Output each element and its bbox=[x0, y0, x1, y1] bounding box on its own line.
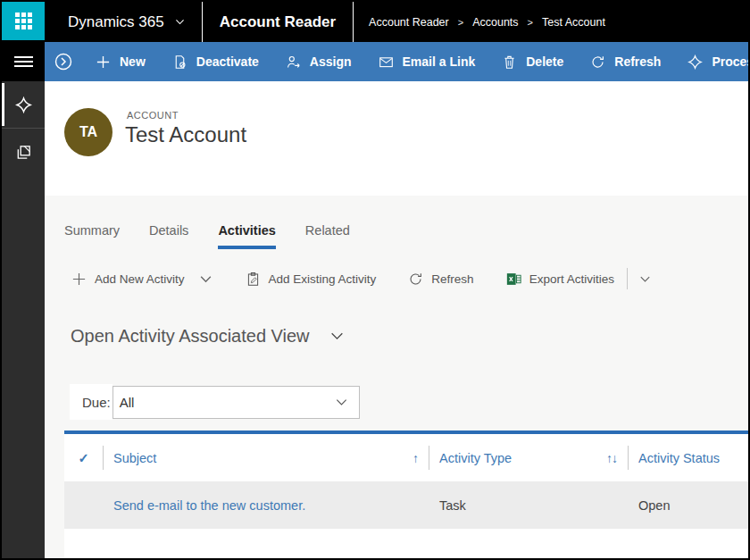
activities-grid: ✓ Subject ↑ Activity Type ↑↓ Activity St… bbox=[64, 430, 748, 560]
grid-empty-area bbox=[64, 529, 748, 560]
activity-status-cell: Open bbox=[628, 481, 748, 529]
delete-button[interactable]: Delete bbox=[488, 54, 577, 70]
select-all-checkmark-icon[interactable]: ✓ bbox=[64, 434, 103, 481]
sitemap-toggle-button[interactable] bbox=[2, 42, 45, 81]
breadcrumb: Account Reader > Accounts > Test Account bbox=[369, 2, 605, 42]
breadcrumb-item-app[interactable]: Account Reader bbox=[369, 16, 449, 29]
activity-status-column-label: Activity Status bbox=[638, 451, 720, 465]
refresh-icon bbox=[408, 272, 423, 287]
due-filter-label: Due: bbox=[70, 384, 112, 420]
refresh-button[interactable]: Refresh bbox=[577, 54, 674, 70]
recent-pages-icon bbox=[15, 144, 32, 161]
deactivate-document-icon bbox=[172, 54, 188, 70]
tab-related[interactable]: Related bbox=[305, 223, 350, 249]
sort-ascending-icon[interactable]: ↑ bbox=[412, 451, 429, 465]
toolbar-divider bbox=[627, 268, 628, 289]
new-button[interactable]: New bbox=[82, 54, 159, 70]
clipboard-edit-icon bbox=[246, 272, 261, 287]
deactivate-label: Deactivate bbox=[196, 54, 259, 69]
activities-toolbar: Add New Activity Add Existing Activity R… bbox=[71, 268, 652, 289]
tab-details[interactable]: Details bbox=[149, 223, 188, 249]
column-header-subject[interactable]: Subject ↑ bbox=[103, 434, 429, 481]
avatar-initials: TA bbox=[79, 124, 97, 140]
assign-label: Assign bbox=[310, 54, 352, 69]
delete-label: Delete bbox=[526, 54, 563, 69]
refresh-label: Refresh bbox=[614, 54, 661, 69]
export-activities-button[interactable]: Export Activities bbox=[506, 272, 614, 287]
grid-row[interactable]: Send e-mail to the new customer. Task Op… bbox=[64, 481, 748, 529]
activity-type-cell: Task bbox=[429, 481, 628, 529]
assign-person-icon bbox=[286, 54, 301, 70]
subject-link[interactable]: Send e-mail to the new customer. bbox=[113, 498, 305, 513]
breadcrumb-separator-icon: > bbox=[458, 17, 463, 28]
email-a-link-label: Email a Link bbox=[403, 54, 476, 69]
plus-icon bbox=[96, 54, 111, 70]
record-title: Test Account bbox=[125, 122, 246, 147]
trash-icon bbox=[502, 54, 517, 70]
deactivate-button[interactable]: Deactivate bbox=[159, 54, 272, 70]
refresh-icon bbox=[590, 54, 605, 70]
due-filter-row: Due: All bbox=[70, 384, 360, 420]
circle-arrow-right-icon[interactable] bbox=[54, 52, 73, 71]
view-selector[interactable]: Open Activity Associated View bbox=[71, 326, 345, 347]
subject-column-label: Subject bbox=[113, 451, 156, 465]
chevron-down-icon bbox=[335, 396, 348, 409]
waffle-grid-icon bbox=[15, 13, 32, 29]
breadcrumb-separator-icon: > bbox=[528, 17, 533, 28]
entity-type-label: ACCOUNT bbox=[127, 110, 179, 121]
breadcrumb-item-accounts[interactable]: Accounts bbox=[472, 16, 518, 29]
record-header: TA ACCOUNT Test Account bbox=[45, 81, 748, 196]
brand-label: Dynamics 365 bbox=[68, 13, 164, 31]
row-select-cell[interactable] bbox=[64, 481, 103, 529]
process-button[interactable]: Process bbox=[674, 54, 748, 70]
excel-icon bbox=[506, 272, 521, 287]
sort-both-icon[interactable]: ↑↓ bbox=[606, 451, 628, 465]
sidebar-item-recent[interactable] bbox=[2, 129, 45, 176]
column-header-activity-type[interactable]: Activity Type ↑↓ bbox=[429, 434, 628, 481]
chevron-down-icon bbox=[198, 272, 213, 287]
pinwheel-icon bbox=[15, 96, 32, 113]
subject-cell: Send e-mail to the new customer. bbox=[103, 481, 429, 529]
add-new-activity-button[interactable]: Add New Activity bbox=[71, 272, 213, 287]
module-title: Account Reader bbox=[203, 2, 353, 42]
chevron-down-icon bbox=[174, 16, 186, 28]
dynamics-brand-menu[interactable]: Dynamics 365 bbox=[68, 2, 186, 42]
form-tabs: Summary Details Activities Related bbox=[64, 223, 350, 249]
email-envelope-icon bbox=[379, 54, 394, 70]
refresh-list-label: Refresh bbox=[431, 272, 473, 286]
account-avatar: TA bbox=[64, 108, 112, 156]
tab-summary[interactable]: Summary bbox=[64, 223, 120, 249]
hamburger-menu-icon bbox=[14, 54, 33, 70]
nav-divider bbox=[353, 2, 354, 42]
tab-activities[interactable]: Activities bbox=[218, 223, 275, 249]
add-existing-activity-button[interactable]: Add Existing Activity bbox=[246, 272, 377, 287]
sidebar-item-sitemap[interactable] bbox=[2, 81, 45, 129]
refresh-list-button[interactable]: Refresh bbox=[408, 272, 473, 287]
assign-button[interactable]: Assign bbox=[272, 54, 365, 70]
add-new-activity-label: Add New Activity bbox=[95, 272, 185, 286]
chevron-down-icon bbox=[329, 329, 345, 344]
activity-type-column-label: Activity Type bbox=[439, 451, 512, 465]
left-sidebar bbox=[2, 81, 45, 558]
command-bar: New Deactivate Assign Email a Link bbox=[2, 42, 748, 81]
top-nav-bar: Dynamics 365 Account Reader Account Read… bbox=[2, 2, 748, 42]
view-selector-title: Open Activity Associated View bbox=[71, 326, 310, 347]
form-body: Summary Details Activities Related Add N… bbox=[45, 196, 748, 558]
process-pinwheel-icon bbox=[688, 54, 703, 70]
due-filter-select[interactable]: All bbox=[112, 386, 360, 419]
grid-header-row: ✓ Subject ↑ Activity Type ↑↓ Activity St… bbox=[64, 434, 748, 481]
export-activities-label: Export Activities bbox=[529, 272, 614, 286]
add-existing-activity-label: Add Existing Activity bbox=[269, 272, 377, 286]
toolbar-overflow-chevron-icon[interactable] bbox=[638, 272, 652, 286]
email-a-link-button[interactable]: Email a Link bbox=[365, 54, 489, 70]
process-label: Process bbox=[712, 54, 748, 69]
due-filter-value: All bbox=[120, 395, 135, 410]
plus-icon bbox=[71, 272, 87, 287]
new-label: New bbox=[120, 54, 146, 69]
breadcrumb-item-record[interactable]: Test Account bbox=[542, 16, 605, 29]
column-header-activity-status[interactable]: Activity Status bbox=[628, 434, 748, 481]
app-launcher-button[interactable] bbox=[2, 2, 45, 40]
app-window: Dynamics 365 Account Reader Account Read… bbox=[0, 0, 750, 560]
